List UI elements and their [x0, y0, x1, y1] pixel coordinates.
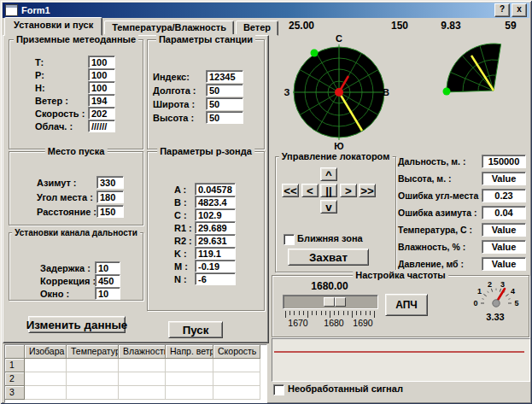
start-button[interactable]: Пуск — [168, 321, 223, 338]
field-label: K : — [174, 249, 195, 259]
field-label: Р: — [35, 70, 88, 80]
height-value-field[interactable]: Value — [482, 172, 526, 185]
help-button[interactable]: ? — [494, 3, 510, 17]
window-field[interactable]: 10 — [95, 287, 120, 300]
tab-setup-launch[interactable]: Установки и пуск — [4, 17, 102, 36]
field-label: A : — [174, 184, 195, 195]
t-field[interactable]: 100 — [88, 56, 115, 68]
table-cell[interactable] — [119, 359, 166, 372]
titlebar[interactable]: Form1 ? x — [3, 3, 529, 18]
distance-field[interactable]: 150 — [96, 205, 124, 218]
table-cell[interactable] — [166, 386, 213, 400]
coef-r2-field[interactable]: 29.631 — [195, 234, 236, 247]
telemetry-label: Температура, С : — [398, 225, 472, 235]
target-dot — [311, 50, 319, 57]
table-cell[interactable] — [166, 359, 213, 372]
coef-m-field[interactable]: -0.19 — [195, 260, 236, 272]
raw-signal-checkbox[interactable] — [273, 384, 284, 395]
column-header[interactable]: Изобара — [25, 345, 67, 359]
field-label: C : — [174, 210, 195, 220]
delay-field[interactable]: 10 — [95, 261, 120, 274]
frequency-ruler — [285, 311, 375, 318]
table-cell[interactable] — [67, 386, 119, 400]
group-frequency-tuning: Настройка частоты 1680.00 1670 1680 1690… — [272, 275, 529, 337]
range-value-field[interactable]: 150000 — [482, 155, 526, 168]
coef-r1-field[interactable]: 29.689 — [195, 221, 236, 234]
down-button[interactable]: v — [320, 200, 337, 214]
gauge-tick-label: 1 — [477, 287, 482, 296]
column-header[interactable]: Напр. ветра — [166, 345, 213, 359]
group-sonde-params: Параметры р-зонда A :0.04578 B :4823.4 C… — [147, 151, 265, 311]
field-label: Широта : — [153, 99, 206, 109]
group-surface-meteo: Приземные метеоданные Т:100 Р:100 Н:100 … — [9, 39, 143, 149]
row-header[interactable]: 2 — [5, 372, 25, 386]
capture-button[interactable]: Захват — [288, 249, 369, 266]
field-label: Окно : — [40, 289, 95, 299]
coef-k-field[interactable]: 119.1 — [195, 247, 236, 260]
stop-button[interactable]: || — [320, 184, 337, 197]
near-zone-checkbox[interactable] — [284, 234, 295, 245]
coef-a-field[interactable]: 0.04578 — [195, 183, 236, 196]
change-data-button[interactable]: Изменить данные — [28, 316, 126, 333]
frequency-slider-thumb[interactable] — [324, 297, 346, 307]
fast-fwd-button[interactable]: >> — [359, 184, 376, 197]
group-title: Место пуска — [45, 146, 108, 157]
close-button[interactable]: x — [512, 3, 527, 17]
gauge-tick-label: 0 — [473, 299, 477, 307]
gauge-tick-label: 2 — [488, 280, 492, 289]
temperature-field[interactable]: Value — [482, 223, 526, 237]
index-field[interactable]: 12345 — [206, 70, 243, 83]
table-cell[interactable] — [67, 372, 119, 386]
wind-field[interactable]: 194 — [88, 94, 115, 107]
cloud-field[interactable]: ////// — [88, 120, 115, 132]
field-label: Расстояние : — [37, 207, 96, 217]
table-cell[interactable] — [119, 386, 166, 400]
longitude-field[interactable]: 50 — [206, 84, 243, 97]
p-field[interactable]: 100 — [88, 68, 115, 81]
azimuth-field[interactable]: 330 — [96, 176, 124, 189]
table-cell[interactable] — [213, 386, 260, 400]
table-cell[interactable] — [166, 372, 213, 386]
elevation-field[interactable]: 180 — [96, 190, 124, 203]
h-field[interactable]: 100 — [88, 81, 115, 94]
row-header[interactable]: 1 — [5, 359, 25, 372]
group-title: Параметры станции — [156, 34, 255, 45]
coef-n-field[interactable]: -6 — [195, 272, 236, 285]
pressure-field[interactable]: Value — [482, 257, 526, 271]
group-title: Параметры р-зонда — [157, 146, 254, 157]
field-label: Облач. : — [35, 121, 88, 132]
group-title: Установки канала дальности — [12, 227, 140, 238]
elevation-readout: 9.83 — [434, 20, 468, 32]
fast-back-button[interactable]: << — [282, 184, 299, 197]
up-button[interactable]: ^ — [320, 167, 337, 181]
field-label: M : — [174, 261, 195, 272]
altitude-field[interactable]: 50 — [206, 111, 243, 124]
coef-b-field[interactable]: 4823.4 — [195, 196, 236, 208]
elevation-radar-display — [430, 34, 530, 154]
table-cell[interactable] — [25, 359, 67, 372]
azimuth-error-field[interactable]: 0.04 — [482, 206, 526, 220]
correction-field[interactable]: 450 — [95, 274, 120, 287]
back-button[interactable]: < — [301, 184, 319, 197]
frequency-slider-track[interactable] — [283, 295, 378, 309]
column-header[interactable]: Скорость — [213, 345, 260, 359]
speed-field[interactable]: 202 — [88, 107, 115, 120]
row-header[interactable]: 3 — [5, 386, 25, 400]
table-cell[interactable] — [67, 359, 119, 372]
table-cell[interactable] — [25, 372, 67, 386]
humidity-field[interactable]: Value — [482, 240, 526, 254]
table-cell[interactable] — [213, 372, 260, 386]
fwd-button[interactable]: > — [340, 184, 357, 197]
afc-button[interactable]: АПЧ — [385, 294, 428, 316]
column-header[interactable]: Влажность — [119, 345, 166, 359]
latitude-field[interactable]: 50 — [206, 97, 243, 110]
telemetry-label: Ошибка азимута : — [398, 208, 477, 218]
table-cell[interactable] — [25, 386, 67, 400]
raw-signal-label: Необработанный сигнал — [288, 384, 403, 394]
coef-c-field[interactable]: 102.9 — [195, 208, 236, 221]
table-cell[interactable] — [213, 359, 260, 372]
column-header[interactable]: Температура — [67, 345, 119, 359]
table-cell[interactable] — [119, 372, 166, 386]
elev-error-field[interactable]: 0.23 — [482, 189, 526, 202]
group-title: Управление локатором — [279, 151, 393, 162]
